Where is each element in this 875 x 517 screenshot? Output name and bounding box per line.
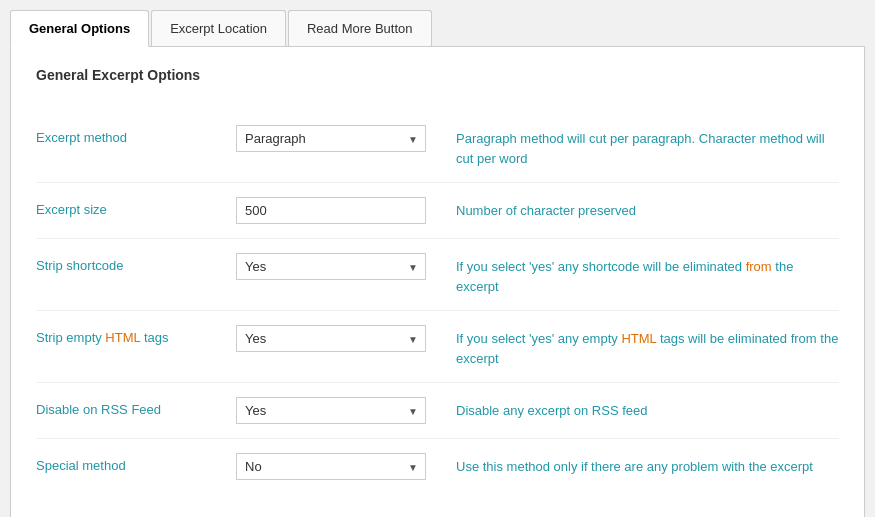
form-row-special-method: Special method No Yes ▼ Use this method …: [36, 439, 839, 494]
tab-general-options[interactable]: General Options: [10, 10, 149, 47]
page-wrapper: General Options Excerpt Location Read Mo…: [0, 0, 875, 517]
select-special-method[interactable]: No Yes: [236, 453, 426, 480]
hint-strip-empty-html: If you select 'yes' any empty HTML tags …: [436, 325, 839, 368]
tab-excerpt-location[interactable]: Excerpt Location: [151, 10, 286, 46]
form-row-excerpt-method: Excerpt method Paragraph Character ▼ Par…: [36, 111, 839, 183]
form-row-disable-rss: Disable on RSS Feed Yes No ▼ Disable any…: [36, 383, 839, 439]
label-strip-shortcode: Strip shortcode: [36, 253, 236, 273]
select-wrapper-strip-shortcode: Yes No ▼: [236, 253, 426, 280]
label-excerpt-size: Excerpt size: [36, 197, 236, 217]
tabs-bar: General Options Excerpt Location Read Mo…: [10, 10, 865, 47]
form-row-strip-empty-html: Strip empty HTML tags Yes No ▼ If you se…: [36, 311, 839, 383]
control-excerpt-method: Paragraph Character ▼: [236, 125, 436, 152]
label-excerpt-method: Excerpt method: [36, 125, 236, 145]
label-html-highlight: HTML: [105, 330, 140, 345]
panel-title: General Excerpt Options: [36, 67, 839, 91]
hint-special-method: Use this method only if there are any pr…: [436, 453, 839, 477]
select-disable-rss[interactable]: Yes No: [236, 397, 426, 424]
control-strip-empty-html: Yes No ▼: [236, 325, 436, 352]
select-strip-empty-html[interactable]: Yes No: [236, 325, 426, 352]
control-excerpt-size: [236, 197, 436, 224]
tab-read-more-button[interactable]: Read More Button: [288, 10, 432, 46]
tab-read-more-label: Read More Button: [307, 21, 413, 36]
select-strip-shortcode[interactable]: Yes No: [236, 253, 426, 280]
control-strip-shortcode: Yes No ▼: [236, 253, 436, 280]
hint-highlight: from: [746, 259, 772, 274]
hint-strip-shortcode: If you select 'yes' any shortcode will b…: [436, 253, 839, 296]
hint-excerpt-size: Number of character preserved: [436, 197, 839, 221]
select-wrapper-excerpt-method: Paragraph Character ▼: [236, 125, 426, 152]
form-row-strip-shortcode: Strip shortcode Yes No ▼ If you select '…: [36, 239, 839, 311]
hint-html-highlight: HTML: [621, 331, 656, 346]
select-excerpt-method[interactable]: Paragraph Character: [236, 125, 426, 152]
label-special-method: Special method: [36, 453, 236, 473]
form-row-excerpt-size: Excerpt size Number of character preserv…: [36, 183, 839, 239]
label-strip-empty-html: Strip empty HTML tags: [36, 325, 236, 345]
control-special-method: No Yes ▼: [236, 453, 436, 480]
input-excerpt-size[interactable]: [236, 197, 426, 224]
general-options-panel: General Excerpt Options Excerpt method P…: [10, 47, 865, 517]
select-wrapper-disable-rss: Yes No ▼: [236, 397, 426, 424]
tab-excerpt-location-label: Excerpt Location: [170, 21, 267, 36]
control-disable-rss: Yes No ▼: [236, 397, 436, 424]
label-disable-rss: Disable on RSS Feed: [36, 397, 236, 417]
select-wrapper-strip-empty-html: Yes No ▼: [236, 325, 426, 352]
select-wrapper-special-method: No Yes ▼: [236, 453, 426, 480]
tab-general-options-label: General Options: [29, 21, 130, 36]
hint-disable-rss: Disable any excerpt on RSS feed: [436, 397, 839, 421]
hint-excerpt-method: Paragraph method will cut per paragraph.…: [436, 125, 839, 168]
